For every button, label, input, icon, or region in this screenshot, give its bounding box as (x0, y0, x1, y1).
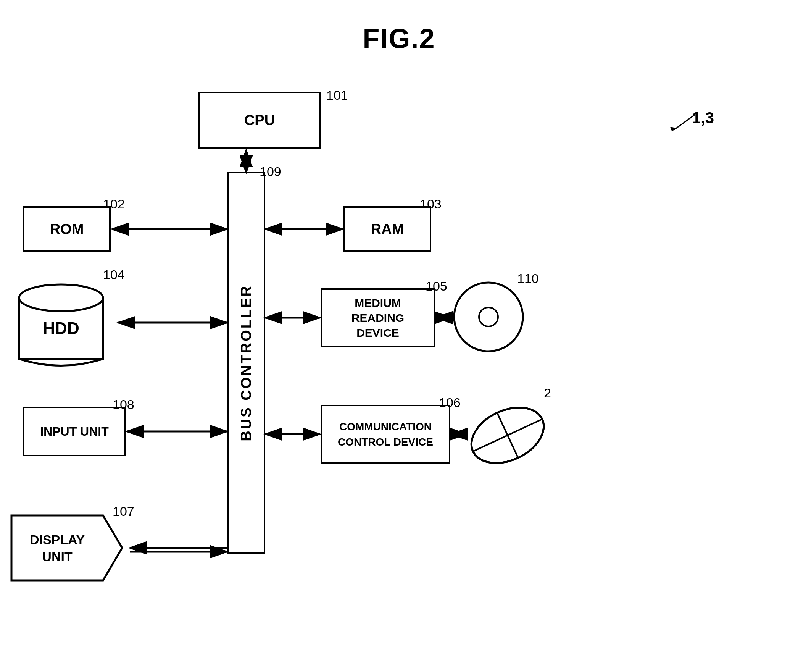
svg-point-1 (19, 284, 103, 311)
ram-ref: 103 (420, 197, 442, 212)
ram-box: RAM (343, 206, 431, 252)
svg-line-12 (674, 115, 695, 130)
input-ref: 108 (113, 397, 134, 412)
hdd-ref: 104 (103, 267, 125, 282)
comm-ref: 106 (439, 395, 461, 410)
svg-point-4 (479, 307, 498, 326)
svg-marker-9 (11, 515, 122, 580)
optical-disc-icon (450, 279, 527, 355)
input-label: INPUT UNIT (40, 425, 109, 439)
rom-ref: 102 (103, 197, 125, 212)
hdd-svg: HDD (8, 275, 122, 378)
diagram-container: FIG.2 CPU 101 ROM 102 RAM 103 HDD 104 ME… (0, 0, 798, 672)
comm-control-box: COMMUNICATION CONTROL DEVICE (321, 405, 450, 464)
ram-label: RAM (371, 221, 404, 237)
corner-arrow (668, 111, 699, 134)
figure-title: FIG.2 (363, 23, 435, 54)
medium-reading-box: MEDIUM READING DEVICE (321, 288, 435, 347)
bus-controller: BUS CONTROLLER (227, 172, 265, 554)
rom-label: ROM (50, 221, 84, 237)
input-unit-box: INPUT UNIT (23, 407, 126, 456)
network-ref: 2 (544, 386, 551, 401)
medium-ref: 105 (426, 279, 447, 294)
svg-text:DISPLAY: DISPLAY (30, 532, 85, 547)
cpu-label: CPU (244, 112, 275, 129)
cpu-box: CPU (198, 92, 321, 149)
comm-label: COMMUNICATION CONTROL DEVICE (338, 419, 433, 449)
optical-ref: 110 (517, 271, 539, 286)
rom-box: ROM (23, 206, 111, 252)
display-unit-icon: DISPLAY UNIT (4, 512, 130, 584)
cpu-ref: 101 (326, 88, 348, 103)
display-ref: 107 (113, 504, 134, 519)
network-icon (466, 393, 550, 477)
bus-ref: 109 (260, 164, 281, 179)
svg-text:UNIT: UNIT (42, 549, 73, 564)
svg-text:HDD: HDD (43, 319, 79, 338)
medium-label: MEDIUM READING DEVICE (351, 296, 404, 340)
bus-controller-label: BUS CONTROLLER (238, 284, 255, 441)
